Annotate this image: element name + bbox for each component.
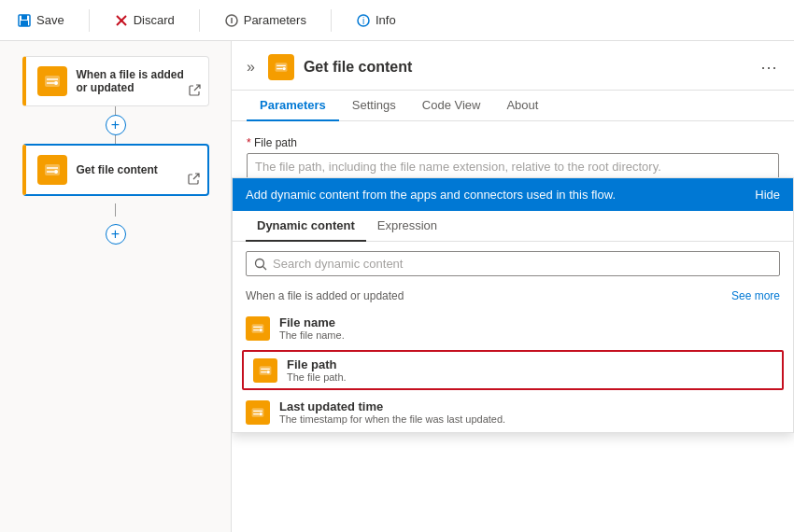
panel-header-left: » Get file content (247, 54, 412, 80)
expand-button[interactable]: » (247, 59, 255, 76)
svg-rect-17 (252, 324, 264, 333)
panel-title: Get file content (304, 59, 412, 76)
info-button[interactable]: i Info (350, 9, 402, 32)
save-label: Save (36, 13, 64, 27)
dynamic-item-filename-icon (246, 316, 270, 341)
svg-rect-2 (21, 21, 28, 26)
left-panel: When a file is added or updated + (0, 41, 232, 532)
dynamic-item-filepath[interactable]: File path The file path. (242, 350, 784, 390)
ftp-filepath-icon (258, 363, 273, 378)
svg-point-15 (256, 259, 264, 267)
dynamic-item-lastupdated[interactable]: Last updated time The timestamp for when… (233, 392, 793, 432)
popup-section-header: When a file is added or updated See more (233, 286, 793, 308)
dynamic-item-filename-text: File name The file name. (279, 315, 345, 341)
dynamic-item-filename-desc: The file name. (279, 329, 345, 341)
panel-body: * File path Add dynamic content + Connec… (232, 121, 794, 532)
dynamic-item-filepath-text: File path The file path. (287, 357, 347, 383)
tab-parameters[interactable]: Parameters (247, 91, 339, 121)
add-step-button-1[interactable]: + (106, 115, 126, 135)
panel-tabs: Parameters Settings Code View About (232, 91, 794, 121)
action-link-icon (187, 173, 200, 186)
trigger-title: When a file is added or updated (77, 68, 197, 94)
file-path-input[interactable] (247, 153, 779, 180)
separator-2 (199, 9, 200, 32)
svg-point-12 (54, 170, 58, 174)
flow-connector-1: + (106, 106, 126, 144)
panel-ftp-icon (274, 60, 289, 75)
save-icon (17, 13, 32, 28)
svg-point-18 (260, 329, 262, 331)
popup-hide-button[interactable]: Hide (755, 188, 780, 202)
dynamic-item-lastupdated-icon (246, 400, 270, 425)
popup-tabs: Dynamic content Expression (233, 211, 793, 242)
info-label: Info (376, 13, 396, 27)
svg-point-20 (267, 371, 270, 373)
dynamic-item-filename[interactable]: File name The file name. (233, 308, 793, 348)
more-options-button[interactable]: ⋯ (760, 57, 779, 77)
main-area: When a file is added or updated + (0, 41, 794, 532)
action-link (187, 173, 200, 189)
parameters-label: Parameters (244, 13, 306, 27)
ftp-filename-icon (250, 321, 265, 336)
trigger-node[interactable]: When a file is added or updated (22, 56, 209, 106)
svg-point-22 (260, 413, 262, 415)
svg-point-14 (283, 67, 286, 70)
ftp-lastupdated-icon (250, 405, 265, 420)
svg-rect-21 (252, 408, 264, 417)
popup-search-container (246, 251, 780, 276)
save-button[interactable]: Save (11, 9, 70, 32)
trigger-icon (37, 66, 67, 96)
ftp-action-icon (43, 161, 62, 179)
field-label-text: File path (254, 136, 297, 149)
add-step-button-2[interactable]: + (106, 224, 126, 245)
dynamic-item-filepath-desc: The file path. (287, 371, 347, 383)
popup-tab-expression[interactable]: Expression (366, 211, 448, 242)
action-icon (37, 155, 67, 185)
right-panel: » Get file content ⋯ Parameters Settings… (232, 41, 794, 532)
action-node[interactable]: Get file content (22, 144, 209, 196)
dynamic-item-filename-name: File name (279, 315, 345, 329)
dynamic-item-lastupdated-text: Last updated time The timestamp for when… (279, 399, 505, 425)
search-icon (254, 258, 267, 271)
parameters-icon (224, 13, 239, 28)
discard-icon (114, 13, 129, 28)
discard-label: Discard (134, 13, 175, 27)
svg-rect-11 (45, 164, 60, 175)
tab-settings[interactable]: Settings (339, 91, 409, 121)
trigger-link (188, 84, 201, 100)
flow-line-bottom (115, 203, 116, 217)
dynamic-item-filepath-icon (253, 358, 277, 383)
svg-rect-9 (45, 76, 60, 87)
file-path-label: * File path (247, 136, 779, 149)
tab-code-view[interactable]: Code View (409, 91, 494, 121)
search-dynamic-input[interactable] (273, 257, 772, 271)
ftp-trigger-icon (43, 72, 62, 91)
panel-header: » Get file content ⋯ (232, 41, 794, 91)
action-title: Get file content (77, 163, 158, 176)
section-label: When a file is added or updated (246, 289, 404, 302)
parameters-button[interactable]: Parameters (219, 9, 312, 32)
svg-rect-19 (260, 366, 272, 375)
popup-header: Add dynamic content from the apps and co… (233, 178, 793, 211)
popup-tab-dynamic[interactable]: Dynamic content (246, 211, 366, 242)
separator-3 (331, 9, 332, 32)
discard-button[interactable]: Discard (108, 9, 180, 32)
svg-text:i: i (362, 16, 364, 26)
dynamic-content-popup: Add dynamic content from the apps and co… (232, 177, 794, 433)
tab-about[interactable]: About (493, 91, 551, 121)
dynamic-item-lastupdated-name: Last updated time (279, 399, 505, 413)
flow-line-1 (115, 106, 116, 115)
info-icon: i (356, 13, 371, 28)
see-more-button[interactable]: See more (731, 289, 780, 302)
svg-rect-13 (276, 63, 288, 72)
link-icon (188, 84, 201, 97)
flow-end: + (106, 203, 126, 245)
required-star: * (247, 136, 254, 149)
svg-line-16 (263, 266, 267, 270)
separator-1 (89, 9, 90, 32)
svg-rect-1 (21, 15, 27, 20)
dynamic-item-lastupdated-desc: The timestamp for when the file was last… (279, 413, 505, 425)
svg-point-10 (54, 81, 58, 85)
toolbar: Save Discard Parameters i Info (0, 0, 794, 41)
panel-header-icon (268, 54, 294, 80)
